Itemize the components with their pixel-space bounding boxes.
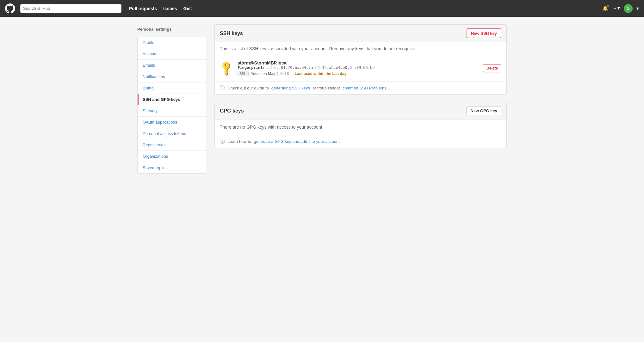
gpg-keys-section: GPG keys New GPG key There are no GPG ke… (214, 102, 507, 148)
sidebar-link-notifications[interactable]: Notifications (138, 71, 207, 82)
ssh-section-header: SSH keys New SSH key (215, 25, 506, 42)
sidebar-link-tokens[interactable]: Personal access tokens (138, 128, 207, 139)
plus-icon[interactable]: ＋▾ (612, 5, 620, 12)
gpg-guide-text: Learn how to (227, 139, 251, 144)
key-name: storm@StormMBP.local (238, 60, 478, 65)
gpg-section-title: GPG keys (220, 108, 244, 114)
sidebar-link-billing[interactable]: Billing (138, 82, 207, 94)
fingerprint-value: a2:cc:81:70:ba:e4:7a:64:42:ab:e4:e0:6f:0… (267, 65, 375, 70)
ssh-guide-end: . (389, 86, 390, 90)
fingerprint-label: Fingerprint: (238, 65, 265, 70)
avatar[interactable]: S (624, 4, 633, 13)
ssh-key-item: 🔑 storm@StormMBP.local Fingerprint: a2:c… (215, 55, 506, 82)
sidebar-item-emails: Emails (138, 60, 207, 71)
sidebar-link-repos[interactable]: Repositories (138, 139, 207, 151)
generating-ssh-keys-link[interactable]: generating SSH keys (271, 86, 310, 90)
ssh-guide-text: Check out our guide to (227, 86, 269, 90)
chevron-down-icon[interactable]: ▾ (636, 5, 639, 11)
top-nav: Pull requests Issues Gist (129, 6, 192, 11)
sidebar-item-tokens: Personal access tokens (138, 128, 207, 139)
key-last-used: Last used within the last day (295, 71, 346, 76)
sidebar-item-saved-replies: Saved replies (138, 162, 207, 173)
new-ssh-key-button[interactable]: New SSH key (467, 28, 501, 38)
github-logo-icon[interactable] (5, 3, 15, 14)
ssh-keys-section: SSH keys New SSH key This is a list of S… (214, 24, 507, 95)
sidebar-item-ssh-gpg: SSH and GPG keys (138, 94, 207, 105)
sidebar-link-orgs[interactable]: Organizations (138, 151, 207, 162)
sidebar-link-security[interactable]: Security (138, 105, 207, 117)
gpg-guide-link[interactable]: generate a GPG key and add it to your ac… (254, 139, 340, 144)
gpg-help-circle-icon: ? (220, 139, 225, 144)
header-right: 🔔 ＋▾ S ▾ (602, 4, 639, 13)
sidebar-item-orgs: Organizations (138, 151, 207, 162)
gpg-guide-row: ? Learn how to generate a GPG key and ad… (215, 135, 506, 148)
notification-dot (607, 5, 609, 7)
search-input[interactable] (20, 4, 121, 13)
sidebar-item-account: Account (138, 48, 207, 60)
nav-pull-requests[interactable]: Pull requests (129, 6, 157, 11)
sidebar-link-emails[interactable]: Emails (138, 60, 207, 71)
ssh-guide-row: ? Check out our guide to generating SSH … (215, 82, 506, 94)
nav-gist[interactable]: Gist (183, 6, 192, 11)
sidebar-link-account[interactable]: Account (138, 48, 207, 60)
gpg-no-keys-message: There are no GPG keys with access to you… (215, 119, 506, 135)
ssh-section-title: SSH keys (220, 31, 243, 36)
sidebar-item-oauth: OAuth applications (138, 117, 207, 128)
gpg-guide-end: . (342, 139, 344, 144)
sidebar-link-ssh-gpg[interactable]: SSH and GPG keys (138, 94, 207, 105)
sidebar-item-billing: Billing (138, 82, 207, 94)
gpg-section-header: GPG keys New GPG key (215, 102, 506, 119)
notifications-bell[interactable]: 🔔 (602, 5, 609, 11)
ssh-problems-link[interactable]: common SSH Problems (343, 86, 387, 90)
sidebar-item-notifications: Notifications (138, 71, 207, 82)
sidebar-nav: Profile Account Emails Notifications Bil… (137, 37, 207, 174)
sidebar: Personal settings Profile Account Emails… (137, 24, 207, 174)
page-layout: Personal settings Profile Account Emails… (132, 24, 512, 174)
sidebar-item-security: Security (138, 105, 207, 117)
ssh-guide-mid: or troubleshoot (313, 86, 340, 90)
sidebar-link-oauth[interactable]: OAuth applications (138, 117, 207, 128)
sidebar-item-repos: Repositories (138, 139, 207, 151)
key-icon: 🔑 (217, 59, 235, 77)
key-fingerprint: Fingerprint: a2:cc:81:70:ba:e4:7a:64:42:… (238, 65, 478, 70)
sidebar-item-profile: Profile (138, 37, 207, 48)
delete-ssh-key-button[interactable]: Delete (483, 64, 501, 72)
main-content: SSH keys New SSH key This is a list of S… (214, 24, 507, 174)
sidebar-link-saved-replies[interactable]: Saved replies (138, 162, 207, 173)
key-added-date: Added on May 1, 2013 — (251, 71, 294, 76)
sidebar-link-profile[interactable]: Profile (138, 37, 207, 48)
help-circle-icon: ? (220, 85, 225, 90)
key-meta: SSH Added on May 1, 2013 — Last used wit… (238, 71, 478, 76)
nav-issues[interactable]: Issues (163, 6, 177, 11)
key-type-badge: SSH (238, 71, 249, 76)
sidebar-title: Personal settings (137, 24, 207, 34)
key-details: storm@StormMBP.local Fingerprint: a2:cc:… (238, 60, 478, 76)
new-gpg-key-button[interactable]: New GPG key (466, 106, 501, 115)
ssh-section-desc: This is a list of SSH keys associated wi… (215, 42, 506, 55)
